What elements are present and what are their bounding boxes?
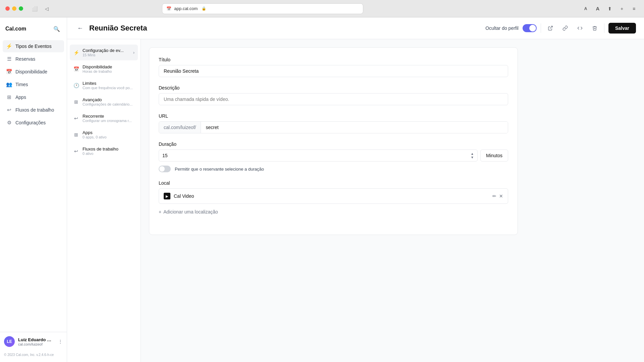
search-button[interactable]: 🔍 [52,24,61,34]
user-details: Luiz Eduardo Oliv... cal.com/luizeof [18,337,55,346]
logo-text: Cal.com [5,26,26,32]
duration-toggle-row: Permitir que o reservante selecione a du… [159,166,508,172]
back-button[interactable]: ← [75,23,85,33]
sub-disp-icon: 📅 [73,66,79,72]
browser-controls: ⬜ ◁ [30,4,51,13]
disponibilidade-icon: 📅 [6,69,12,75]
sub-sidebar: ⚡ Configuração de ev... 15 Mins › 📅 Disp… [67,39,141,362]
config-icon: ⚙ [6,120,12,126]
sidebar-item-tipos[interactable]: ⚡ Tipos de Eventos [3,40,64,52]
url-prefix: cal.com/luizeof/ [159,122,201,133]
duracao-group: Duração 15 ▲ ▼ Minutos [159,141,508,172]
form-area: Título Descrição URL cal.com/luizeof/ [141,39,644,362]
location-actions: ✏ ✕ [492,193,503,199]
url-label: URL [159,113,508,119]
url-input[interactable] [201,122,508,133]
duration-spinners: ▲ ▼ [471,152,474,159]
edit-location-button[interactable]: ✏ [492,193,496,199]
sub-fluxos-title: Fluxos de trabalho [83,146,135,152]
titulo-input[interactable] [159,65,508,77]
page-actions: Ocultar do perfil Salvar [485,23,636,34]
sub-nav-disponibilidade[interactable]: 📅 Disponibilidade Horas de trabalho [70,61,138,77]
minimize-traffic-light[interactable] [12,6,16,11]
sidebar-label-times: Times [15,82,28,87]
actions-divider-2 [604,23,604,33]
share-btn[interactable]: ⬆ [605,4,614,13]
browser-chrome: ⬜ ◁ 📅 app.cal.com 🔒 A A ⬆ + ≡ [0,0,644,17]
location-name: Cal Video [174,193,194,199]
descricao-input[interactable] [159,93,508,105]
sub-nav-limites[interactable]: 🕐 Limites Com que frequência você po... [70,77,138,93]
sub-nav-fluxos[interactable]: ↩ Fluxos de trabalho 0 ativo [70,143,138,159]
sub-disp-title: Disponibilidade [83,64,135,69]
sidebar-item-config[interactable]: ⚙ Configurações [3,117,64,129]
close-traffic-light[interactable] [5,6,10,11]
sidebar-item-disponibilidade[interactable]: 📅 Disponibilidade [3,66,64,78]
duration-toggle-label: Permitir que o reservante selecione a du… [175,167,264,172]
location-left: ▶ Cal Video [164,193,194,199]
app-container: Cal.com 🔍 ⚡ Tipos de Eventos ☰ Reservas … [0,17,644,362]
sub-limites-icon: 🕐 [73,83,79,88]
actions-divider [541,23,541,33]
sub-fluxos-subtitle: 0 ativo [83,152,135,156]
sub-config-icon: ⚡ [73,50,79,55]
sub-nav-apps[interactable]: ⊞ Apps 0 apps, 0 ativo [70,127,138,142]
sub-avancado-title: Avançado [83,97,135,102]
remove-location-button[interactable]: ✕ [499,193,503,199]
duration-input-wrap: 15 ▲ ▼ [159,149,478,162]
delete-button[interactable] [589,23,600,34]
user-name: Luiz Eduardo Oliv... [18,337,55,342]
external-link-button[interactable] [545,23,556,34]
duration-toggle[interactable] [159,166,171,172]
sub-fluxos-texts: Fluxos de trabalho 0 ativo [83,146,135,156]
sidebar-item-apps[interactable]: ⊞ Apps [3,91,64,103]
content-area: ⚡ Configuração de ev... 15 Mins › 📅 Disp… [67,39,644,362]
duracao-label: Duração [159,141,508,147]
titulo-group: Título [159,57,508,77]
sidebar-logo-area: Cal.com 🔍 [0,23,67,40]
sub-nav-config[interactable]: ⚡ Configuração de ev... 15 Mins › [70,45,138,60]
duration-up-button[interactable]: ▲ [471,152,474,156]
sub-nav-avancado[interactable]: ⊞ Avançado Configurações de calendário..… [70,94,138,110]
sidebar-nav: ⚡ Tipos de Eventos ☰ Reservas 📅 Disponib… [0,40,67,329]
link-button[interactable] [560,23,571,34]
address-bar[interactable]: 📅 app.cal.com 🔒 [162,3,363,14]
hide-profile-toggle[interactable] [523,24,537,32]
sidebar-item-times[interactable]: 👥 Times [3,78,64,90]
sidebar-toggle-btn[interactable]: ⬜ [30,4,39,13]
font-size-btn[interactable]: A [581,4,590,13]
sub-recorrente-texts: Recorrente Configurar um cronograma r... [83,114,135,123]
reservas-icon: ☰ [6,56,12,62]
page-header: ← Reunião Secreta Ocultar do perfil [67,17,644,39]
sidebar-label-apps: Apps [15,95,26,100]
save-button[interactable]: Salvar [608,23,636,34]
code-button[interactable] [575,23,585,34]
sidebar-item-fluxos[interactable]: ↩ Fluxos de trabalho [3,104,64,116]
sidebar-item-reservas[interactable]: ☰ Reservas [3,53,64,65]
sub-limites-texts: Limites Com que frequência você po... [83,81,135,90]
add-location-button[interactable]: + Adicionar uma localização [159,206,508,217]
lock-icon: 🔒 [202,6,206,11]
user-info: LE Luiz Eduardo Oliv... cal.com/luizeof … [4,336,63,347]
sub-avancado-subtitle: Configurações de calendário... [83,102,135,106]
main-content: ← Reunião Secreta Ocultar do perfil [67,17,644,362]
page-title-area: ← Reunião Secreta [75,23,147,33]
svg-line-0 [550,26,552,28]
user-menu-button[interactable]: ⋮ [58,339,63,344]
sub-apps-title: Apps [83,130,135,135]
new-tab-btn[interactable]: + [617,4,627,13]
maximize-traffic-light[interactable] [19,6,23,11]
duration-unit-button[interactable]: Minutos [480,149,508,162]
sub-nav-recorrente[interactable]: ↩ Recorrente Configurar um cronograma r.… [70,110,138,126]
sidebar-footer: LE Luiz Eduardo Oliv... cal.com/luizeof … [0,332,67,351]
nav-back-btn[interactable]: ◁ [42,4,51,13]
more-btn[interactable]: ≡ [629,4,639,13]
add-location-label: Adicionar uma localização [163,209,218,215]
duration-down-button[interactable]: ▼ [471,156,474,159]
sub-config-subtitle: 15 Mins [83,53,130,57]
titulo-label: Título [159,57,508,62]
font-size-large-btn[interactable]: A [593,4,602,13]
apps-icon: ⊞ [6,94,12,100]
descricao-group: Descrição [159,85,508,105]
page-title: Reunião Secreta [89,24,147,33]
